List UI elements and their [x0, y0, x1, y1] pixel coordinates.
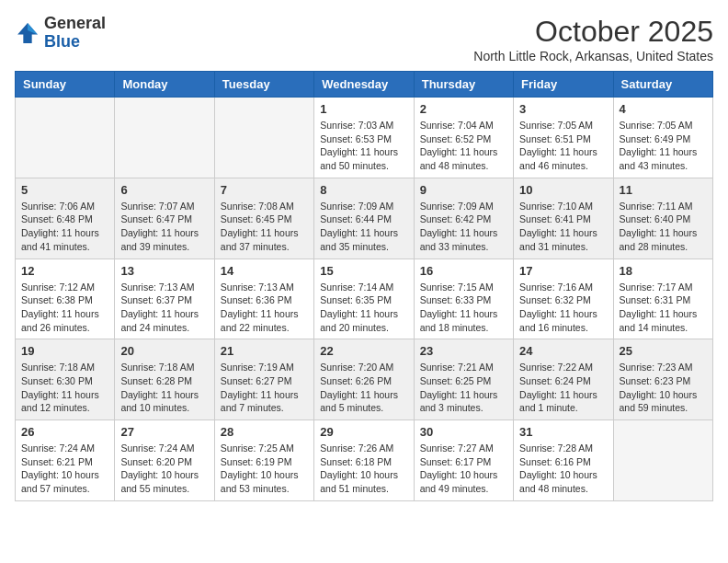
- calendar-week-row: 1Sunrise: 7:03 AM Sunset: 6:53 PM Daylig…: [16, 98, 713, 178]
- weekday-header-saturday: Saturday: [613, 72, 712, 98]
- day-info: Sunrise: 7:15 AM Sunset: 6:33 PM Dayligh…: [420, 281, 507, 335]
- day-info: Sunrise: 7:12 AM Sunset: 6:38 PM Dayligh…: [21, 281, 108, 335]
- day-info: Sunrise: 7:05 AM Sunset: 6:49 PM Dayligh…: [620, 119, 707, 173]
- day-number: 18: [620, 264, 707, 278]
- day-number: 28: [221, 425, 308, 439]
- calendar-cell: 26Sunrise: 7:24 AM Sunset: 6:21 PM Dayli…: [16, 420, 115, 501]
- day-number: 17: [519, 264, 607, 278]
- day-info: Sunrise: 7:18 AM Sunset: 6:28 PM Dayligh…: [120, 361, 208, 415]
- weekday-header-wednesday: Wednesday: [314, 72, 414, 98]
- day-info: Sunrise: 7:26 AM Sunset: 6:18 PM Dayligh…: [320, 442, 407, 496]
- day-number: 14: [221, 264, 308, 278]
- calendar-week-row: 12Sunrise: 7:12 AM Sunset: 6:38 PM Dayli…: [16, 259, 713, 339]
- day-number: 11: [620, 183, 707, 197]
- day-info: Sunrise: 7:19 AM Sunset: 6:27 PM Dayligh…: [221, 361, 308, 415]
- calendar-cell: 15Sunrise: 7:14 AM Sunset: 6:35 PM Dayli…: [314, 259, 414, 339]
- weekday-header-friday: Friday: [514, 72, 613, 98]
- day-info: Sunrise: 7:21 AM Sunset: 6:25 PM Dayligh…: [420, 361, 507, 415]
- day-info: Sunrise: 7:13 AM Sunset: 6:37 PM Dayligh…: [120, 281, 208, 335]
- day-info: Sunrise: 7:23 AM Sunset: 6:23 PM Dayligh…: [620, 361, 707, 415]
- calendar-cell: 17Sunrise: 7:16 AM Sunset: 6:32 PM Dayli…: [514, 259, 613, 339]
- day-number: 26: [21, 425, 108, 439]
- day-info: Sunrise: 7:10 AM Sunset: 6:41 PM Dayligh…: [519, 200, 607, 254]
- day-info: Sunrise: 7:22 AM Sunset: 6:24 PM Dayligh…: [519, 361, 607, 415]
- header: General Blue October 2025 North Little R…: [15, 15, 713, 63]
- calendar-cell: 20Sunrise: 7:18 AM Sunset: 6:28 PM Dayli…: [115, 339, 214, 420]
- logo: General Blue: [15, 15, 106, 52]
- day-info: Sunrise: 7:17 AM Sunset: 6:31 PM Dayligh…: [620, 281, 707, 335]
- calendar-cell: 25Sunrise: 7:23 AM Sunset: 6:23 PM Dayli…: [613, 339, 712, 420]
- day-info: Sunrise: 7:28 AM Sunset: 6:16 PM Dayligh…: [519, 442, 607, 496]
- calendar-cell: 2Sunrise: 7:04 AM Sunset: 6:52 PM Daylig…: [414, 98, 513, 178]
- day-number: 2: [420, 102, 507, 116]
- weekday-header-row: SundayMondayTuesdayWednesdayThursdayFrid…: [16, 72, 713, 98]
- day-info: Sunrise: 7:24 AM Sunset: 6:20 PM Dayligh…: [120, 442, 208, 496]
- calendar-cell: 9Sunrise: 7:09 AM Sunset: 6:42 PM Daylig…: [414, 178, 513, 259]
- day-info: Sunrise: 7:03 AM Sunset: 6:53 PM Dayligh…: [320, 119, 407, 173]
- calendar-cell: 10Sunrise: 7:10 AM Sunset: 6:41 PM Dayli…: [514, 178, 613, 259]
- weekday-header-monday: Monday: [115, 72, 214, 98]
- day-info: Sunrise: 7:06 AM Sunset: 6:48 PM Dayligh…: [21, 200, 108, 254]
- calendar-cell: 6Sunrise: 7:07 AM Sunset: 6:47 PM Daylig…: [115, 178, 214, 259]
- calendar-cell: 28Sunrise: 7:25 AM Sunset: 6:19 PM Dayli…: [214, 420, 313, 501]
- day-number: 7: [221, 183, 308, 197]
- calendar-cell: [214, 98, 313, 178]
- day-info: Sunrise: 7:20 AM Sunset: 6:26 PM Dayligh…: [320, 361, 407, 415]
- calendar-cell: 16Sunrise: 7:15 AM Sunset: 6:33 PM Dayli…: [414, 259, 513, 339]
- day-number: 13: [120, 264, 208, 278]
- calendar-cell: 7Sunrise: 7:08 AM Sunset: 6:45 PM Daylig…: [214, 178, 313, 259]
- calendar-cell: 3Sunrise: 7:05 AM Sunset: 6:51 PM Daylig…: [514, 98, 613, 178]
- day-info: Sunrise: 7:09 AM Sunset: 6:44 PM Dayligh…: [320, 200, 407, 254]
- calendar-cell: 8Sunrise: 7:09 AM Sunset: 6:44 PM Daylig…: [314, 178, 414, 259]
- day-number: 19: [21, 344, 108, 358]
- calendar-cell: 13Sunrise: 7:13 AM Sunset: 6:37 PM Dayli…: [115, 259, 214, 339]
- day-number: 27: [120, 425, 208, 439]
- day-number: 22: [320, 344, 407, 358]
- day-info: Sunrise: 7:11 AM Sunset: 6:40 PM Dayligh…: [620, 200, 707, 254]
- logo-icon: [15, 20, 40, 46]
- calendar-week-row: 26Sunrise: 7:24 AM Sunset: 6:21 PM Dayli…: [16, 420, 713, 501]
- day-number: 1: [320, 102, 407, 116]
- day-info: Sunrise: 7:09 AM Sunset: 6:42 PM Dayligh…: [420, 200, 507, 254]
- day-number: 20: [120, 344, 208, 358]
- calendar-cell: 22Sunrise: 7:20 AM Sunset: 6:26 PM Dayli…: [314, 339, 414, 420]
- day-number: 15: [320, 264, 407, 278]
- calendar-cell: 18Sunrise: 7:17 AM Sunset: 6:31 PM Dayli…: [613, 259, 712, 339]
- weekday-header-thursday: Thursday: [414, 72, 513, 98]
- day-number: 5: [21, 183, 108, 197]
- weekday-header-sunday: Sunday: [16, 72, 115, 98]
- calendar-cell: 12Sunrise: 7:12 AM Sunset: 6:38 PM Dayli…: [16, 259, 115, 339]
- day-info: Sunrise: 7:18 AM Sunset: 6:30 PM Dayligh…: [21, 361, 108, 415]
- calendar-cell: 29Sunrise: 7:26 AM Sunset: 6:18 PM Dayli…: [314, 420, 414, 501]
- day-number: 21: [221, 344, 308, 358]
- calendar-cell: [613, 420, 712, 501]
- day-info: Sunrise: 7:14 AM Sunset: 6:35 PM Dayligh…: [320, 281, 407, 335]
- location-subtitle: North Little Rock, Arkansas, United Stat…: [473, 49, 713, 63]
- day-info: Sunrise: 7:25 AM Sunset: 6:19 PM Dayligh…: [221, 442, 308, 496]
- day-number: 23: [420, 344, 507, 358]
- calendar-cell: 19Sunrise: 7:18 AM Sunset: 6:30 PM Dayli…: [16, 339, 115, 420]
- day-number: 16: [420, 264, 507, 278]
- calendar-cell: 1Sunrise: 7:03 AM Sunset: 6:53 PM Daylig…: [314, 98, 414, 178]
- day-number: 31: [519, 425, 607, 439]
- calendar-cell: [115, 98, 214, 178]
- day-number: 25: [620, 344, 707, 358]
- calendar-cell: [16, 98, 115, 178]
- calendar-cell: 4Sunrise: 7:05 AM Sunset: 6:49 PM Daylig…: [613, 98, 712, 178]
- calendar: SundayMondayTuesdayWednesdayThursdayFrid…: [15, 71, 713, 501]
- day-info: Sunrise: 7:27 AM Sunset: 6:17 PM Dayligh…: [420, 442, 507, 496]
- logo-blue-text: Blue: [44, 32, 80, 51]
- calendar-cell: 14Sunrise: 7:13 AM Sunset: 6:36 PM Dayli…: [214, 259, 313, 339]
- day-info: Sunrise: 7:07 AM Sunset: 6:47 PM Dayligh…: [120, 200, 208, 254]
- day-number: 4: [620, 102, 707, 116]
- weekday-header-tuesday: Tuesday: [214, 72, 313, 98]
- day-number: 24: [519, 344, 607, 358]
- calendar-cell: 24Sunrise: 7:22 AM Sunset: 6:24 PM Dayli…: [514, 339, 613, 420]
- calendar-cell: 21Sunrise: 7:19 AM Sunset: 6:27 PM Dayli…: [214, 339, 313, 420]
- day-info: Sunrise: 7:24 AM Sunset: 6:21 PM Dayligh…: [21, 442, 108, 496]
- month-title: October 2025: [473, 15, 713, 49]
- calendar-cell: 11Sunrise: 7:11 AM Sunset: 6:40 PM Dayli…: [613, 178, 712, 259]
- calendar-cell: 31Sunrise: 7:28 AM Sunset: 6:16 PM Dayli…: [514, 420, 613, 501]
- day-number: 29: [320, 425, 407, 439]
- calendar-cell: 27Sunrise: 7:24 AM Sunset: 6:20 PM Dayli…: [115, 420, 214, 501]
